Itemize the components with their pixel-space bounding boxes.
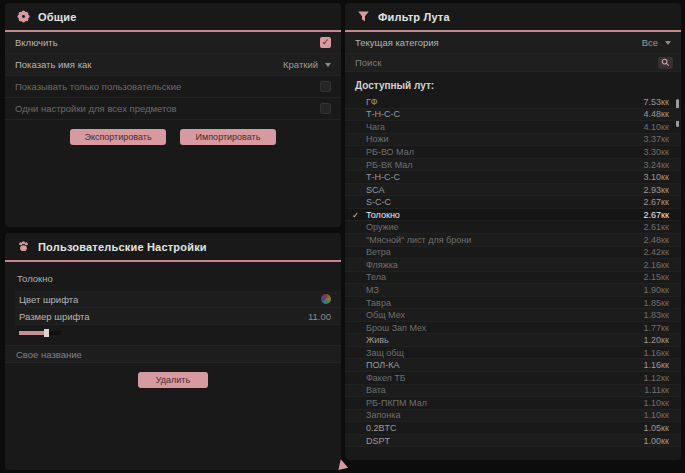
name-mode-value: Краткий [283,59,318,70]
delete-button[interactable]: Удалить [138,372,208,388]
loot-item-name: Общ Мех [366,310,405,320]
loot-row[interactable]: Чага4.10кк [345,121,681,134]
export-import-row: Экспортировать Импортировать [5,129,341,145]
loot-filter-title: Фильтр Лута [378,11,450,23]
loot-item-value: 2.61кк [644,222,669,232]
loot-item-value: 1.12кк [644,373,669,383]
loot-item-name: Ножи [366,134,388,144]
option-row-same-settings: Одни настройки для всех предметов [5,98,341,120]
loot-item-value: 2.16кк [644,260,669,270]
app-window: Общие Включить ✓ Показать имя как Кратки… [0,0,685,473]
loot-item-value: 1.00кк [644,436,669,446]
loot-row[interactable]: Запонка1.10кк [345,410,681,423]
loot-row[interactable]: Живь1.20кк [345,334,681,347]
loot-item-value: 1.05кк [644,423,669,433]
loot-item-name: Вата [366,385,386,395]
import-button[interactable]: Импортировать [180,129,276,145]
loot-filter-panel: Фильтр Лута Текущая категория Все Доступ… [345,3,681,460]
loot-item-value: 4.10кк [644,122,669,132]
enable-checkbox[interactable]: ✓ [320,37,331,48]
loot-item-value: 2.42кк [644,247,669,257]
loot-row[interactable]: "Мясной" лист для брони2.48кк [345,234,681,247]
loot-row[interactable]: SCA2.93кк [345,184,681,197]
delete-row: Удалить [5,372,341,388]
loot-row[interactable]: Т-Н-С-С4.48кк [345,109,681,122]
loot-row[interactable]: S-C-C2.67кк [345,196,681,209]
loot-row[interactable]: Общ Мех1.83кк [345,309,681,322]
loot-row[interactable]: Факел ТБ1.12кк [345,372,681,385]
mouse-cursor [336,458,348,470]
font-color-row: Цвет шрифта [15,291,341,308]
chevron-down-icon [665,41,671,45]
font-size-slider[interactable] [19,329,61,337]
loot-row[interactable]: Фляжка2.16кк [345,259,681,272]
loot-item-name: Защ общ [366,348,404,358]
loot-row[interactable]: Оружие2.61кк [345,221,681,234]
paw-icon [17,240,30,253]
loot-item-value: 1.11кк [644,385,669,395]
export-button[interactable]: Экспортировать [70,129,166,145]
loot-item-name: ГФ [366,97,378,107]
loot-item-name: РБ-ПКПМ Мал [366,398,427,408]
funnel-icon [357,10,370,23]
category-label: Текущая категория [355,37,439,48]
loot-item-name: Чага [366,122,385,132]
loot-row[interactable]: DSPT1.00кк [345,435,681,448]
loot-item-value: 2.67кк [644,197,669,207]
custom-only-checkbox[interactable] [320,81,331,92]
custom-name-input[interactable] [5,345,341,363]
loot-row[interactable]: РБ-ВО Мал3.30кк [345,146,681,159]
loot-row[interactable]: Ветра2.42кк [345,247,681,260]
loot-item-value: 1.10кк [644,398,669,408]
loot-list: ГФ7.53ккТ-Н-С-С4.48ккЧага4.10ккНожи3.37к… [345,96,681,447]
option-row-name-mode: Показать имя как Краткий [5,54,341,76]
selected-item-name: Толокно [5,262,341,291]
loot-item-name: Брош Зап Мех [366,323,426,333]
check-icon: ✓ [352,209,359,222]
loot-row[interactable]: ✓Толокно2.67кк [345,209,681,222]
loot-item-name: Оружие [366,222,399,232]
general-panel-title: Общие [38,11,77,23]
search-icon[interactable] [658,57,673,69]
loot-item-name: 0.2BTC [366,423,397,433]
general-panel: Общие Включить ✓ Показать имя как Кратки… [5,3,341,227]
loot-row[interactable]: РБ-ВК Мал3.24кк [345,159,681,172]
slider-knob[interactable] [44,329,49,337]
enable-label: Включить [15,37,58,48]
loot-filter-header: Фильтр Лута [345,3,681,30]
loot-item-value: 2.93кк [644,185,669,195]
same-settings-checkbox[interactable] [320,103,331,114]
option-row-enable: Включить ✓ [5,32,341,54]
color-picker-icon[interactable] [321,294,331,304]
loot-item-value: 2.15кк [644,272,669,282]
loot-row[interactable]: 0.2BTC1.05кк [345,422,681,435]
loot-row[interactable]: Защ общ1.16кк [345,347,681,360]
category-dropdown[interactable]: Все [642,37,671,48]
loot-row[interactable]: Тела2.15кк [345,272,681,285]
search-input[interactable] [345,54,658,71]
loot-item-value: 1.77кк [644,323,669,333]
font-size-value: 11.00 [308,311,331,322]
loot-row[interactable]: Тавра1.85кк [345,297,681,310]
name-mode-dropdown[interactable]: Краткий [283,59,331,70]
loot-row[interactable]: РБ-ПКПМ Мал1.10кк [345,397,681,410]
loot-item-value: 1.85кк [644,298,669,308]
loot-item-name: S-C-C [366,197,391,207]
loot-row[interactable]: Ножи3.37кк [345,134,681,147]
loot-item-name: РБ-ВО Мал [366,147,414,157]
custom-settings-panel: Пользовательские Настройки Толокно Цвет … [5,233,341,470]
loot-row[interactable]: Т-Н-С-С3.10кк [345,171,681,184]
loot-row[interactable]: ПОЛ-КА1.16кк [345,359,681,372]
loot-row[interactable]: МЗ1.90кк [345,284,681,297]
loot-row[interactable]: Вата1.11кк [345,385,681,398]
search-row [345,54,681,72]
loot-item-name: МЗ [366,285,379,295]
loot-row[interactable]: ГФ7.53кк [345,96,681,109]
loot-item-value: 2.48кк [644,235,669,245]
option-row-custom-only: Показывать только пользовательские [5,76,341,98]
loot-item-value: 3.24кк [644,160,669,170]
loot-item-name: Ветра [366,247,391,257]
loot-row[interactable]: Брош Зап Мех1.77кк [345,322,681,335]
loot-item-value: 1.90кк [644,285,669,295]
loot-item-name: SCA [366,185,385,195]
